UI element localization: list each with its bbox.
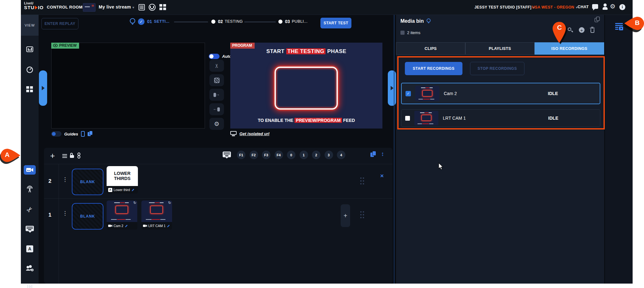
row-checkbox-checked[interactable]: ✓ (406, 91, 411, 96)
layer-order-icon[interactable] (62, 154, 67, 158)
edit-pencil-icon[interactable] (167, 224, 170, 228)
panel-divider[interactable] (394, 15, 394, 284)
stream-name-dropdown[interactable]: My live stream▾ (99, 4, 134, 9)
chat-link[interactable]: CHAT (578, 5, 589, 9)
scene-menu-kebab[interactable]: ⋮ (62, 210, 68, 217)
add-scene-button[interactable]: + (48, 151, 57, 160)
add-asset-button[interactable]: + (341, 204, 350, 227)
calendar-icon[interactable] (139, 4, 145, 10)
tab-clips[interactable]: CLIPS (396, 42, 465, 55)
cut-button[interactable]: ✂ (209, 60, 224, 72)
neon-frame (275, 67, 338, 110)
gear-icon[interactable]: ⚙ (610, 3, 616, 10)
stop-recordings-button[interactable]: STOP RECORDINGS (470, 62, 524, 75)
edit-pencil-icon[interactable] (125, 224, 128, 228)
tab-iso-recordings[interactable]: ISO RECORDINGS (535, 42, 604, 55)
lrtcam1-asset[interactable]: ↻ LRT CAM 1 (141, 201, 172, 230)
drag-handle[interactable] (360, 211, 365, 221)
recording-row-lrtcam1[interactable]: LRT CAM 1 IDLE (401, 109, 600, 127)
start-test-button[interactable]: START TEST (320, 18, 351, 28)
gear-icon: ⚙ (214, 120, 219, 128)
sidebar-item-shortcuts[interactable] (21, 226, 39, 231)
auto-transition-toggle-row: Auto (209, 54, 232, 59)
push-in-button[interactable]: ← (209, 103, 224, 115)
blank-tile[interactable]: BLANK (72, 203, 103, 230)
duplicate-blue-icon[interactable] (370, 151, 376, 158)
step-3[interactable]: 03 PUBLI... (285, 19, 307, 24)
hotkey-f2[interactable]: F2 (250, 151, 258, 159)
left-panel-expand-tab[interactable] (39, 70, 47, 106)
phone-guide-icon[interactable] (81, 131, 85, 137)
popout-copy-icon[interactable] (595, 17, 600, 23)
sidebar-item-dashboard[interactable] (21, 46, 39, 52)
cam2-asset[interactable]: ↻ Cam 2 (107, 201, 137, 230)
media-bin-panel: Media bin 2 items + CLIPS PLAYLISTS ISO … (396, 15, 604, 284)
stream-thumbnail[interactable] (83, 3, 96, 12)
blank-tile[interactable]: BLANK (72, 169, 103, 195)
hotkey-f3[interactable]: F3 (262, 151, 270, 159)
sidebar-item-clipping[interactable]: ✂ (21, 201, 39, 219)
region-selector[interactable]: USA WEST - OREGON▾ (532, 5, 578, 9)
sidebar-item-audio-mixer[interactable] (21, 285, 39, 288)
push-out-button[interactable]: → (209, 89, 224, 101)
arrow-in-icon: ← (214, 107, 220, 112)
unlock-icon[interactable] (70, 153, 74, 158)
copy-guide-icon[interactable] (88, 131, 93, 137)
chat-bubble-icon[interactable] (592, 4, 598, 9)
right-panel-expand-tab[interactable] (388, 70, 396, 106)
edit-pencil-icon[interactable] (131, 188, 135, 192)
user-icon[interactable] (602, 3, 608, 10)
hotkey-2[interactable]: 2 (312, 151, 320, 159)
auto-toggle[interactable] (209, 54, 220, 59)
hotkey-1[interactable]: 1 (300, 151, 308, 159)
get-isolated-url-link[interactable]: Get isolated url (239, 131, 269, 136)
enter-replay-button[interactable]: ENTER REPLAY (41, 18, 78, 29)
chevron-right-icon (391, 86, 393, 90)
sidebar-item-graphics[interactable]: A (21, 245, 39, 252)
search-icon[interactable] (568, 27, 573, 33)
sidebar-item-monitor[interactable] (21, 66, 39, 74)
recording-row-cam2[interactable]: ✓ Cam 2 IDLE (401, 83, 600, 104)
headset-icon[interactable] (149, 4, 156, 11)
hotkey-f1[interactable]: F1 (237, 151, 245, 159)
hotkey-0[interactable]: 0 (287, 151, 295, 159)
transition-settings-button[interactable]: ⚙ (209, 118, 224, 130)
hotkey-3[interactable]: 3 (325, 151, 333, 159)
control-rooms-link[interactable]: CONTROL ROOMS (47, 5, 85, 9)
info-icon[interactable]: i (619, 4, 625, 10)
refresh-icon[interactable]: ↻ (133, 201, 136, 205)
view-label: VIEW (21, 15, 39, 36)
trash-icon[interactable] (590, 27, 595, 33)
guides-toggle[interactable] (51, 131, 61, 136)
lightbulb-icon[interactable] (426, 18, 431, 24)
step-1[interactable]: 01 SETTI... (147, 19, 170, 24)
close-row-icon[interactable]: × (380, 172, 384, 179)
keyboard-shortcuts-icon[interactable] (223, 152, 231, 157)
chevron-down-icon: ▾ (133, 6, 134, 9)
sidebar-item-guests[interactable] (21, 265, 39, 272)
sidebar-item-multiview[interactable] (21, 86, 39, 93)
add-media-icon[interactable]: + (579, 27, 585, 33)
drag-handle[interactable] (360, 177, 365, 187)
tab-playlists[interactable]: PLAYLISTS (465, 42, 535, 55)
refresh-icon[interactable]: ↻ (168, 201, 171, 205)
row-checkbox-unchecked[interactable] (405, 116, 410, 121)
media-queue-icon[interactable] (615, 23, 623, 31)
grid-icon (26, 86, 33, 93)
hotkey-4[interactable]: 4 (337, 151, 345, 159)
sidebar-item-video-sources[interactable] (21, 165, 39, 175)
step-2[interactable]: 02 TESTING (218, 19, 243, 24)
lightbulb-icon[interactable] (129, 18, 136, 26)
scene-menu-kebab[interactable]: ⋮ (62, 176, 68, 183)
resize-rows-icon[interactable]: ↕ (381, 151, 384, 158)
select-all-checkbox[interactable] (400, 31, 405, 35)
guides-label: Guides (64, 132, 78, 136)
account-menu[interactable]: JESSY TEST STUDIO [STAFF]▾ (474, 5, 535, 9)
link-icon[interactable] (77, 153, 81, 159)
start-recordings-button[interactable]: START RECORDINGS (405, 62, 462, 75)
sidebar-item-broadcast[interactable] (21, 185, 39, 193)
fade-transition-button[interactable] (209, 74, 224, 86)
lower-thirds-asset[interactable]: LOWER THIRDS A Lower third (107, 166, 138, 194)
layout-icon[interactable] (159, 4, 166, 10)
hotkey-f4[interactable]: F4 (275, 151, 283, 159)
